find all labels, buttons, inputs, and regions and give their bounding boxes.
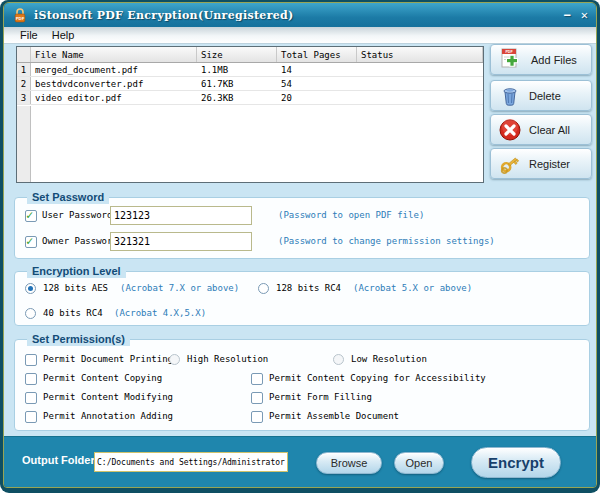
low-resolution-label: Low Resolution: [351, 353, 427, 366]
high-resolution-label: High Resolution: [187, 353, 268, 366]
owner-password-hint: (Password to change permission settings): [278, 235, 495, 248]
content-area: File Name Size Total Pages Status 1 merg…: [4, 44, 596, 436]
menu-help[interactable]: Help: [52, 29, 75, 41]
permit-assemble-label: Permit Assemble Document: [269, 410, 399, 423]
cell-pages: 54: [277, 77, 357, 90]
delete-button[interactable]: Delete: [490, 80, 592, 111]
user-password-input[interactable]: [110, 206, 252, 225]
add-files-button[interactable]: PDF Add Files: [490, 44, 592, 75]
owner-password-checkbox[interactable]: [25, 236, 37, 248]
svg-text:PDF: PDF: [505, 50, 513, 54]
permit-printing-checkbox[interactable]: [25, 354, 37, 366]
permit-assemble-checkbox[interactable]: [251, 411, 263, 423]
table-row[interactable]: 2 bestdvdconverter.pdf 61.7KB 54: [17, 77, 483, 91]
set-password-title: Set Password: [27, 190, 109, 204]
high-resolution-radio[interactable]: [169, 354, 180, 365]
cell-status: [357, 77, 483, 90]
low-resolution-radio[interactable]: [333, 354, 344, 365]
menu-bar: File Help: [4, 27, 596, 44]
minimize-button[interactable]: −: [564, 9, 571, 21]
owner-password-label: Owner Password: [42, 235, 118, 248]
row-number: 3: [17, 91, 31, 104]
cell-status: [357, 63, 483, 76]
permit-copying-label: Permit Content Copying: [43, 372, 162, 385]
radio-128-aes-hint: (Acrobat 7.X or above): [120, 282, 239, 295]
register-label: Register: [529, 158, 570, 170]
delete-label: Delete: [529, 90, 561, 102]
user-password-checkbox[interactable]: [25, 210, 37, 222]
open-button[interactable]: Open: [394, 452, 444, 474]
cell-pages: 14: [277, 63, 357, 76]
owner-password-input[interactable]: [110, 232, 252, 251]
pdf-plus-icon: PDF: [498, 48, 524, 72]
permit-form-filling-label: Permit Form Filling: [269, 391, 372, 404]
table-header-row: File Name Size Total Pages Status: [17, 47, 483, 63]
encryption-level-group: Encryption Level 128 bits AES (Acrobat 7…: [14, 271, 590, 326]
red-x-icon: [498, 118, 522, 142]
user-password-label: User Password: [42, 209, 112, 222]
window-title: iStonsoft PDF Encryption(Unregistered): [34, 9, 294, 22]
radio-128-rc4-hint: (Acrobat 5.X or above): [353, 282, 472, 295]
radio-40-rc4-label: 40 bits RC4: [43, 307, 103, 320]
permit-printing-label: Permit Document Printing: [43, 353, 173, 366]
clear-all-label: Clear All: [529, 124, 570, 136]
radio-128-aes[interactable]: [25, 283, 36, 294]
cell-file-name: merged_document.pdf: [31, 63, 197, 76]
set-password-group: Set Password User Password (Password to …: [14, 197, 590, 259]
browse-button[interactable]: Browse: [316, 452, 382, 474]
user-password-hint: (Password to open PDF file): [278, 209, 424, 222]
cell-size: 26.3KB: [197, 91, 277, 104]
permit-modifying-label: Permit Content Modifying: [43, 391, 173, 404]
col-total-pages[interactable]: Total Pages: [277, 47, 357, 62]
encrypt-label: Encrypt: [488, 454, 544, 471]
col-file-name[interactable]: File Name: [31, 47, 197, 62]
trash-icon: [498, 84, 522, 108]
output-folder-label: Output Folder:: [22, 454, 98, 466]
permit-copy-accessibility-checkbox[interactable]: [251, 373, 263, 385]
table-row[interactable]: 3 video editor.pdf 26.3KB 20: [17, 91, 483, 105]
radio-128-aes-label: 128 bits AES: [43, 282, 108, 295]
set-permissions-title: Set Permission(s): [27, 332, 130, 346]
permit-annotation-label: Permit Annotation Adding: [43, 410, 173, 423]
output-folder-input[interactable]: [94, 452, 288, 472]
row-gutter: [17, 106, 31, 182]
menu-file[interactable]: File: [20, 29, 38, 41]
set-permissions-group: Set Permission(s) Permit Document Printi…: [14, 339, 590, 431]
footer-bar: Output Folder: Browse Open Encrypt: [4, 436, 596, 487]
radio-40-rc4-hint: (Acrobat 4.X,5.X): [114, 307, 206, 320]
open-label: Open: [406, 457, 433, 469]
app-window: PDF iStonsoft PDF Encryption(Unregistere…: [0, 0, 600, 493]
register-button[interactable]: Register: [490, 148, 592, 179]
permit-annotation-checkbox[interactable]: [25, 411, 37, 423]
radio-128-rc4[interactable]: [258, 283, 269, 294]
permit-copying-checkbox[interactable]: [25, 373, 37, 385]
close-button[interactable]: ✕: [581, 9, 588, 21]
radio-128-rc4-label: 128 bits RC4: [276, 282, 341, 295]
col-status[interactable]: Status: [357, 47, 483, 62]
svg-text:PDF: PDF: [16, 16, 25, 21]
col-rownum: [17, 47, 31, 62]
clear-all-button[interactable]: Clear All: [490, 114, 592, 145]
permit-modifying-checkbox[interactable]: [25, 392, 37, 404]
cell-size: 61.7KB: [197, 77, 277, 90]
add-files-label: Add Files: [531, 54, 577, 66]
row-number: 1: [17, 63, 31, 76]
file-list-table: File Name Size Total Pages Status 1 merg…: [16, 46, 484, 183]
title-bar: PDF iStonsoft PDF Encryption(Unregistere…: [4, 3, 596, 27]
encrypt-button[interactable]: Encrypt: [471, 447, 561, 478]
cell-file-name: bestdvdconverter.pdf: [31, 77, 197, 90]
cell-pages: 20: [277, 91, 357, 104]
row-number: 2: [17, 77, 31, 90]
radio-40-rc4[interactable]: [25, 308, 36, 319]
permit-copy-accessibility-label: Permit Content Copying for Accessibility: [269, 372, 486, 385]
table-row[interactable]: 1 merged_document.pdf 1.1MB 14: [17, 63, 483, 77]
cell-status: [357, 91, 483, 104]
gold-key-icon: [498, 152, 522, 176]
browse-label: Browse: [331, 457, 368, 469]
cell-size: 1.1MB: [197, 63, 277, 76]
encryption-level-title: Encryption Level: [27, 264, 126, 278]
pdf-lock-icon: PDF: [12, 7, 28, 23]
cell-file-name: video editor.pdf: [31, 91, 197, 104]
col-size[interactable]: Size: [197, 47, 277, 62]
permit-form-filling-checkbox[interactable]: [251, 392, 263, 404]
